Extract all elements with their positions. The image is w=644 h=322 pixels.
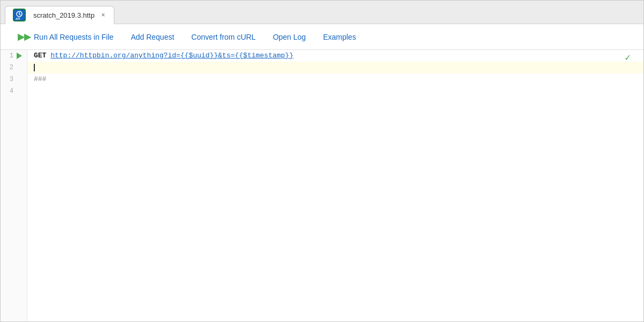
line-3-gutter: 3 <box>1 74 27 85</box>
open-log-label: Open Log <box>273 33 306 41</box>
url-space <box>46 50 50 62</box>
main-window: API scratch_2019.3.http × ▶▶ Run All Req… <box>0 0 644 322</box>
convert-curl-button[interactable]: Convert from cURL <box>183 28 265 46</box>
run-arrow-icon <box>17 53 22 59</box>
open-log-button[interactable]: Open Log <box>264 28 314 46</box>
method-keyword: GET <box>34 50 46 62</box>
tab-label: scratch_2019.3.http <box>33 11 94 19</box>
api-icon: API <box>12 8 27 23</box>
check-icon: ✓ <box>625 50 637 64</box>
code-line-1: GET http://httpbin.org/anything?id={{$uu… <box>27 50 643 62</box>
code-line-4 <box>27 85 643 97</box>
line-4-gutter: 4 <box>1 85 27 97</box>
request-url: http://httpbin.org/anything?id={{$uuid}}… <box>50 50 294 62</box>
text-cursor <box>34 64 35 71</box>
line-num-4: 4 <box>5 87 13 95</box>
editor-area: 1 2 3 4 GET <box>1 50 643 321</box>
run-all-button[interactable]: ▶▶ Run All Requests in File <box>9 27 122 46</box>
toolbar: ▶▶ Run All Requests in File Add Request … <box>1 24 643 50</box>
line-num-2: 2 <box>5 64 13 71</box>
line-num-3: 3 <box>5 76 13 83</box>
line-1-gutter: 1 <box>1 50 27 62</box>
examples-button[interactable]: Examples <box>314 28 364 46</box>
comment-separator: ### <box>34 74 46 85</box>
add-request-label: Add Request <box>131 33 174 41</box>
line-numbers: 1 2 3 4 <box>1 50 27 321</box>
code-line-2 <box>27 62 643 74</box>
file-tab[interactable]: API scratch_2019.3.http × <box>5 6 114 24</box>
add-request-button[interactable]: Add Request <box>122 28 183 46</box>
svg-text:API: API <box>16 17 20 20</box>
run-line-1-button[interactable] <box>16 52 23 60</box>
empty-line <box>34 85 38 97</box>
line-2-gutter: 2 <box>1 62 27 74</box>
run-all-icon: ▶▶ <box>18 32 31 42</box>
code-editor[interactable]: GET http://httpbin.org/anything?id={{$uu… <box>27 50 643 321</box>
run-all-label: Run All Requests in File <box>34 33 114 41</box>
code-line-3: ### <box>27 74 643 85</box>
examples-label: Examples <box>323 33 356 41</box>
tab-close-button[interactable]: × <box>99 11 107 19</box>
line-num-1: 1 <box>5 52 13 60</box>
convert-curl-label: Convert from cURL <box>192 33 256 41</box>
title-bar: API scratch_2019.3.http × <box>1 1 643 24</box>
